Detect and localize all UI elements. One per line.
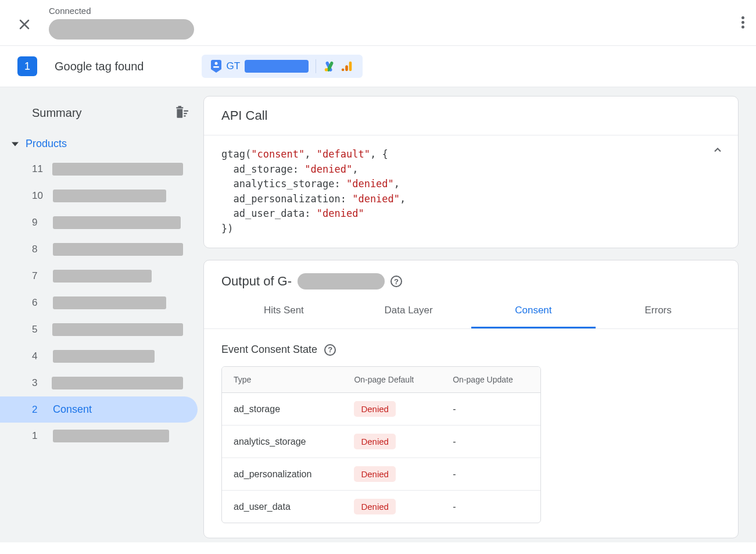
api-call-code: gtag("consent", "default", { ad_storage:… xyxy=(204,135,738,248)
tag-count-badge: 1 xyxy=(17,56,37,76)
connected-label: Connected xyxy=(49,6,194,16)
table-header: Type xyxy=(222,367,342,393)
sidebar-item-number: 8 xyxy=(32,244,44,255)
consent-type-cell: ad_user_data xyxy=(222,491,342,523)
tab-errors[interactable]: Errors xyxy=(596,294,721,328)
consent-type-cell: ad_personalization xyxy=(222,458,342,491)
sidebar-item[interactable]: 3 xyxy=(0,370,198,396)
gt-id-redacted xyxy=(245,60,309,73)
sidebar-item-label-redacted xyxy=(53,296,166,309)
consent-default-cell: Denied xyxy=(342,458,441,491)
sidebar-item-label-redacted xyxy=(53,270,152,283)
svg-point-7 xyxy=(342,69,345,72)
consent-update-cell: - xyxy=(441,458,540,491)
table-header: On-page Update xyxy=(441,367,540,393)
sidebar-item-number: 5 xyxy=(32,324,43,335)
sidebar-item[interactable]: 6 xyxy=(0,289,198,316)
svg-rect-3 xyxy=(213,66,219,68)
table-row: analytics_storageDenied- xyxy=(222,426,540,458)
svg-rect-8 xyxy=(184,110,188,112)
sidebar-item-number: 10 xyxy=(32,190,44,202)
consent-default-cell: Denied xyxy=(342,491,441,523)
sidebar-item-label-redacted xyxy=(53,243,183,256)
sidebar-item-number: 3 xyxy=(32,377,42,389)
sidebar-item-label: Consent xyxy=(53,403,92,416)
sidebar-item[interactable]: 11 xyxy=(0,156,198,183)
tab-hits-sent[interactable]: Hits Sent xyxy=(221,294,346,328)
sidebar-item[interactable]: 7 xyxy=(0,263,198,289)
svg-rect-9 xyxy=(184,113,187,114)
sidebar-item[interactable]: 10 xyxy=(0,183,198,209)
table-header: On-page Default xyxy=(342,367,441,393)
tag-found-header: 1 Google tag found GT xyxy=(0,46,756,87)
sidebar-item-label-redacted xyxy=(52,323,183,336)
help-icon[interactable]: ? xyxy=(324,344,336,356)
connected-domain-redacted xyxy=(49,19,194,40)
sidebar-item-number: 1 xyxy=(32,430,44,442)
sidebar-item-label-redacted xyxy=(52,163,183,176)
sidebar-item-consent[interactable]: 2Consent xyxy=(0,396,198,423)
sidebar-item-number: 9 xyxy=(32,217,44,228)
sidebar-item-number: 2 xyxy=(32,404,44,416)
tag-found-label: Google tag found xyxy=(55,60,144,73)
google-tag-icon xyxy=(211,60,221,73)
products-label: Products xyxy=(26,138,67,150)
google-analytics-icon xyxy=(341,60,353,73)
close-icon[interactable] xyxy=(17,17,31,33)
consent-update-cell: - xyxy=(441,426,540,458)
consent-default-cell: Denied xyxy=(342,426,441,458)
main-layout: Summary Products 111098765432Consent1 AP… xyxy=(0,87,756,542)
table-row: ad_personalizationDenied- xyxy=(222,458,540,491)
tab-consent[interactable]: Consent xyxy=(471,294,596,328)
sidebar-item-number: 7 xyxy=(32,270,44,282)
chip-divider xyxy=(316,59,316,73)
sidebar-item-number: 4 xyxy=(32,351,44,362)
output-card: Output of G- ? Hits SentData LayerConsen… xyxy=(203,260,739,538)
clear-icon[interactable] xyxy=(174,105,189,121)
table-row: ad_user_dataDenied- xyxy=(222,491,540,523)
api-call-title: API Call xyxy=(204,96,738,135)
consent-default-cell: Denied xyxy=(342,393,441,426)
sidebar-item[interactable]: 1 xyxy=(0,423,198,449)
summary-label[interactable]: Summary xyxy=(32,106,82,120)
svg-point-2 xyxy=(215,62,218,65)
consent-update-cell: - xyxy=(441,491,540,523)
gt-prefix-label: GT xyxy=(226,60,240,72)
main-content: API Call gtag("consent", "default", { ad… xyxy=(203,87,756,542)
consent-type-cell: analytics_storage xyxy=(222,426,342,458)
help-icon[interactable]: ? xyxy=(390,276,402,287)
collapse-icon[interactable] xyxy=(712,144,723,160)
event-consent-state-title: Event Consent State xyxy=(221,344,317,356)
table-row: ad_storageDenied- xyxy=(222,393,540,426)
sidebar-item-label-redacted xyxy=(52,377,183,389)
denied-badge: Denied xyxy=(354,401,396,417)
sidebar-item[interactable]: 5 xyxy=(0,316,198,343)
denied-badge: Denied xyxy=(354,466,396,482)
denied-badge: Denied xyxy=(354,499,396,514)
sidebar-item-number: 11 xyxy=(32,163,43,175)
tab-data-layer[interactable]: Data Layer xyxy=(346,294,471,328)
svg-rect-6 xyxy=(345,65,348,71)
sidebar-item[interactable]: 9 xyxy=(0,209,198,236)
output-tabs: Hits SentData LayerConsentErrors xyxy=(204,294,738,329)
api-call-card: API Call gtag("consent", "default", { ad… xyxy=(203,96,739,248)
svg-rect-10 xyxy=(184,115,185,116)
sidebar-item-label-redacted xyxy=(53,350,155,363)
google-ads-icon xyxy=(323,60,336,73)
output-id-redacted xyxy=(298,273,385,289)
top-header: Connected xyxy=(0,0,756,46)
sidebar-item-label-redacted xyxy=(53,190,166,202)
consent-type-cell: ad_storage xyxy=(222,393,342,426)
output-title: Output of G- xyxy=(221,274,292,289)
consent-table: TypeOn-page DefaultOn-page Update ad_sto… xyxy=(221,366,541,523)
google-tag-chip[interactable]: GT xyxy=(202,55,363,78)
sidebar: Summary Products 111098765432Consent1 xyxy=(0,87,203,542)
sidebar-item[interactable]: 8 xyxy=(0,236,198,263)
sidebar-item-number: 6 xyxy=(32,297,44,309)
more-options-button[interactable] xyxy=(741,15,744,30)
svg-point-4 xyxy=(325,68,328,72)
sidebar-item-label-redacted xyxy=(53,430,169,442)
sidebar-item-label-redacted xyxy=(53,216,181,229)
products-group-toggle[interactable]: Products xyxy=(0,132,203,156)
sidebar-item[interactable]: 4 xyxy=(0,343,198,370)
